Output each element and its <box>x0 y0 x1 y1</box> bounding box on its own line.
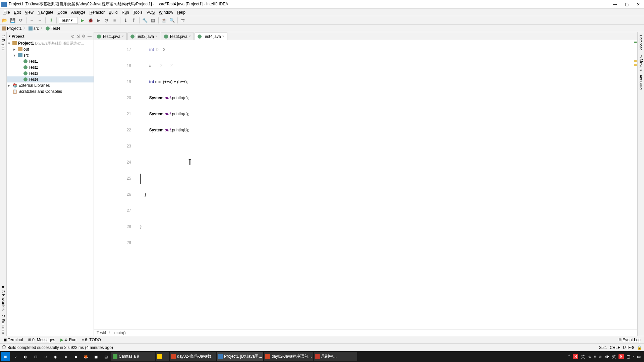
taskbar-app[interactable]: 录制中... <box>314 352 357 361</box>
menu-tools[interactable]: Tools <box>131 10 145 15</box>
menu-view[interactable]: View <box>23 10 36 15</box>
caret-pos[interactable]: 25:1 <box>599 345 607 350</box>
tray-up-icon[interactable]: ˄ <box>568 354 570 359</box>
tray-badge[interactable]: S <box>573 354 578 359</box>
expand-icon[interactable]: ⇲ <box>76 34 80 39</box>
save-icon[interactable]: 💾 <box>9 17 16 24</box>
taskbar-app[interactable]: day02-Java程序语句... <box>264 352 313 361</box>
run-icon[interactable]: ▶ <box>79 17 86 24</box>
tree-class-selected[interactable]: Test4 <box>7 76 94 82</box>
close-tab-icon[interactable]: × <box>189 35 191 38</box>
taskbar-app-active[interactable]: Project1 [D:\Java零... <box>217 352 263 361</box>
marker-warn[interactable] <box>634 60 637 62</box>
app-icon[interactable]: ▤ <box>101 352 111 361</box>
search-icon[interactable]: 🔍 <box>169 17 175 24</box>
edge-icon[interactable]: e <box>41 352 50 361</box>
left-tab-project[interactable]: 1: Project <box>1 33 5 52</box>
tree-out[interactable]: ▸out <box>7 46 94 52</box>
back-icon[interactable]: ← <box>29 17 35 24</box>
tree-class[interactable]: Test1 <box>7 58 94 64</box>
tray-lang[interactable]: 英 <box>581 354 585 360</box>
taskbar-app[interactable]: day02-疯码-Java数... <box>170 352 216 361</box>
gear-icon[interactable]: ⚙ <box>82 34 86 39</box>
menu-edit[interactable]: Edit <box>12 10 23 15</box>
tab-test3[interactable]: Test3.java× <box>161 33 194 40</box>
menu-window[interactable]: Window <box>157 10 175 15</box>
close-tab-icon[interactable]: × <box>222 35 224 38</box>
tree-class[interactable]: Test3 <box>7 70 94 76</box>
menu-refactor[interactable]: Refactor <box>88 10 107 15</box>
system-tray[interactable]: ˄ S 英 ☺ ☺ ☺ 🕪 英 S ▢ ▫ ▭ <box>566 354 643 360</box>
tray-battery-icon[interactable]: ▢ <box>627 354 630 359</box>
tree-scratches[interactable]: 📋Scratches and Consoles <box>7 88 94 95</box>
btab-terminal[interactable]: ▣ Terminal <box>1 338 25 342</box>
tree-root[interactable]: ▾Project1 D:\Java零基础到项目系统架... <box>7 40 94 46</box>
line-ending[interactable]: CRLF <box>610 345 620 350</box>
tray-network-icon[interactable]: ▫ <box>633 354 634 359</box>
right-tab-database[interactable]: Database <box>639 33 643 53</box>
tray-volume-icon[interactable]: 🕪 <box>605 354 609 359</box>
btab-eventlog[interactable]: ⊟ Event Log <box>616 338 643 342</box>
btab-todo[interactable]: ≡ 6: TODO <box>80 338 103 342</box>
tab-test4-active[interactable]: Test4.java× <box>195 33 227 40</box>
maximize-button[interactable]: ▢ <box>625 2 629 7</box>
chrome-icon[interactable]: ◉ <box>51 352 60 361</box>
refresh-icon[interactable]: ⟳ <box>17 17 24 24</box>
tray-lang2[interactable]: 英 <box>612 354 616 360</box>
menu-navigate[interactable]: Navigate <box>36 10 55 15</box>
close-tab-icon[interactable]: × <box>155 35 157 38</box>
tray-notifications-icon[interactable]: ▭ <box>637 354 641 359</box>
project-structure-icon[interactable]: ▤ <box>150 17 156 24</box>
tree-src[interactable]: ▾src <box>7 52 94 58</box>
menu-code[interactable]: Code <box>55 10 69 15</box>
encoding[interactable]: UTF-8 <box>623 345 634 350</box>
code-text[interactable]: int b = 2; // 2 2 int c = (++a) + (b++);… <box>140 40 633 329</box>
build-icon[interactable]: ⬇ <box>48 17 54 24</box>
menu-build[interactable]: Build <box>107 10 120 15</box>
menu-analyze[interactable]: Analyze <box>69 10 88 15</box>
coverage-icon[interactable]: ▶ <box>95 17 102 24</box>
stop-icon[interactable]: ■ <box>111 17 118 24</box>
lock-icon[interactable]: 🔒 <box>637 345 642 350</box>
tree-ext-libs[interactable]: ▸📚External Libraries <box>7 82 94 88</box>
btab-run[interactable]: ▶ 4: Run <box>58 338 78 342</box>
vcs-commit-icon[interactable]: ⤒ <box>130 17 137 24</box>
marker-warn[interactable] <box>634 64 637 66</box>
close-tab-icon[interactable]: × <box>122 35 124 38</box>
settings-icon[interactable]: 🔧 <box>142 17 148 24</box>
cortana-button[interactable]: ◐ <box>21 352 30 361</box>
open-icon[interactable]: 📂 <box>1 17 8 24</box>
app-icon[interactable]: ▣ <box>91 352 101 361</box>
start-button[interactable]: ⊞ <box>1 352 10 361</box>
nav-class[interactable]: Test4 <box>46 26 60 31</box>
btab-messages[interactable]: ⊞ 0: Messages <box>26 338 57 342</box>
bc-class[interactable]: Test4 <box>97 330 106 335</box>
target-icon[interactable]: ⊙ <box>71 34 74 39</box>
menu-run[interactable]: Run <box>120 10 131 15</box>
right-tab-ant[interactable]: Ant Build <box>639 73 643 92</box>
left-tab-favorites[interactable]: ★ 2: Favorites <box>1 283 6 313</box>
task-view[interactable]: ⊡ <box>31 352 40 361</box>
tab-test2[interactable]: Test2.java× <box>127 33 160 40</box>
firefox-icon[interactable]: 🦊 <box>81 352 91 361</box>
tray-ime[interactable]: S <box>619 354 624 359</box>
left-tab-structure[interactable]: 7: Structure <box>1 313 5 336</box>
search-button[interactable]: ○ <box>11 352 20 361</box>
more-icon[interactable]: ⇆ <box>180 17 186 24</box>
nav-project[interactable]: Project1 <box>2 26 22 31</box>
tray-faces[interactable]: ☺ ☺ ☺ <box>588 354 602 359</box>
menu-help[interactable]: Help <box>175 10 187 15</box>
menu-file[interactable]: File <box>1 10 12 15</box>
collapse-icon[interactable]: ▾ <box>9 34 10 38</box>
app-icon[interactable]: ◈ <box>61 352 70 361</box>
tree-class[interactable]: Test2 <box>7 64 94 70</box>
tab-test1[interactable]: Test1.java× <box>94 33 127 40</box>
close-button[interactable]: ✕ <box>637 2 640 7</box>
forward-icon[interactable]: → <box>37 17 43 24</box>
taskbar-app[interactable] <box>156 352 169 361</box>
debug-icon[interactable]: 🐞 <box>87 17 94 24</box>
nav-src[interactable]: src <box>29 26 39 31</box>
taskbar-app[interactable]: Camtasia 9 <box>111 352 155 361</box>
app-icon[interactable]: ◆ <box>71 352 80 361</box>
code-area[interactable]: 17181920212223242526272829 int b = 2; //… <box>94 40 637 329</box>
